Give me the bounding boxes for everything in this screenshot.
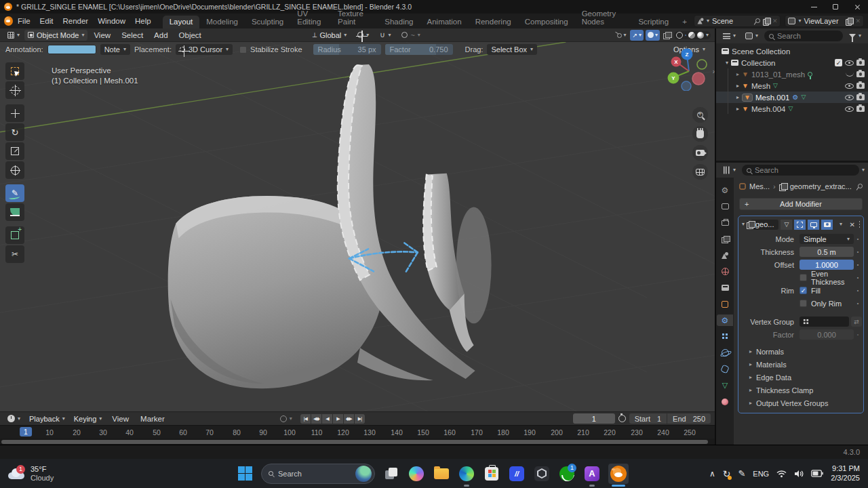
pivot-point-button[interactable]: ▾ <box>354 30 372 41</box>
render-toggle-icon[interactable] <box>856 83 865 89</box>
menu-edit[interactable]: Edit <box>35 16 58 26</box>
outliner-filter[interactable]: ▾ <box>846 30 865 41</box>
only-rim-checkbox[interactable] <box>800 300 807 307</box>
radius-slider[interactable]: Radius 35 px <box>313 44 381 55</box>
add-modifier-button[interactable]: + Add Modifier <box>739 198 863 210</box>
snap-button[interactable]: ∪ ▾ <box>376 30 394 41</box>
animate-dot[interactable]: • <box>854 249 862 254</box>
section-output-vertex-groups[interactable]: ▸ Output Vertex Groups <box>738 396 863 409</box>
thickness-field[interactable]: 0.5 m <box>800 247 854 257</box>
pan-button[interactable] <box>692 126 708 142</box>
section-thickness-clamp[interactable]: ▸ Thickness Clamp <box>738 384 863 396</box>
new-view-layer-icon[interactable] <box>846 18 852 25</box>
animate-dot[interactable]: • <box>854 237 862 241</box>
tab-object-data[interactable]: ▽ <box>717 380 733 391</box>
hide-toggle-icon[interactable] <box>845 60 854 66</box>
annotation-layer-dropdown[interactable]: Note ▾ <box>100 44 130 55</box>
current-frame-field[interactable]: 1 <box>573 413 615 424</box>
tab-constraints[interactable] <box>717 363 733 375</box>
ortho-toggle-button[interactable] <box>692 164 708 180</box>
animate-dot[interactable]: • <box>854 288 862 293</box>
measure-tool[interactable] <box>5 203 24 221</box>
axis-x-neg-ball[interactable] <box>692 73 705 85</box>
tab-geometry-nodes[interactable]: Geometry Nodes <box>575 7 632 28</box>
row-mesh-001[interactable]: ▸ ▼ Mesh.001 ⚙ ▽ <box>716 92 868 103</box>
factor-field[interactable]: 0.000 <box>800 329 854 340</box>
proportional-edit-button[interactable]: ~ ▾ <box>398 30 423 41</box>
menu-file[interactable]: File <box>13 16 35 26</box>
camera-view-button[interactable] <box>692 145 708 161</box>
edit-mode-display-toggle[interactable]: ▽ <box>781 220 792 230</box>
add-primitive-tool[interactable] <box>5 226 24 244</box>
gizmos-toggle[interactable]: ↗ ▾ <box>630 30 644 41</box>
timeline-view-menu[interactable]: View <box>107 414 134 424</box>
annotate-tool[interactable]: ✎ <box>5 184 24 202</box>
tab-compositing[interactable]: Compositing <box>518 16 575 28</box>
tab-particles[interactable] <box>717 331 733 342</box>
task-view-button[interactable] <box>382 465 400 483</box>
pin-icon[interactable] <box>856 184 863 190</box>
collection-checkbox[interactable]: ✓ <box>835 59 842 66</box>
show-gizmo-dropdown[interactable]: ▾ <box>614 30 628 41</box>
wireframe-shading-button[interactable] <box>676 32 683 39</box>
chevron-down-icon[interactable]: ▾ <box>862 167 865 173</box>
navigation-gizmo[interactable]: Z X Y <box>666 46 711 91</box>
menu-window[interactable]: Window <box>93 16 130 26</box>
row-1013-01-mesh[interactable]: ▸ ▼ 1013_01_mesh <box>716 68 868 80</box>
scene-selector[interactable]: ▾ Scene ✕ <box>694 15 781 27</box>
tab-sculpting[interactable]: Sculpting <box>245 16 290 28</box>
tab-tool[interactable]: ⚙ <box>717 184 733 196</box>
render-toggle-icon[interactable] <box>856 71 865 77</box>
mode-dropdown[interactable]: Simple ▾ <box>800 234 854 244</box>
section-edge-data[interactable]: ▸ Edge Data <box>738 371 863 384</box>
slash-app-button[interactable]: // <box>508 465 526 483</box>
xbox-button[interactable]: 1 <box>558 465 576 483</box>
edge-button[interactable] <box>458 465 475 483</box>
move-tool[interactable] <box>5 104 24 122</box>
stabilize-stroke-checkbox[interactable] <box>239 46 247 54</box>
animate-dot[interactable]: • <box>854 275 862 280</box>
animate-dot[interactable]: • <box>854 332 862 337</box>
pen-icon[interactable]: ✎ <box>738 468 745 479</box>
tab-rendering[interactable]: Rendering <box>469 16 518 28</box>
render-toggle-icon[interactable] <box>856 94 865 100</box>
realtime-display-toggle[interactable] <box>808 220 819 230</box>
modifier-extras-dropdown[interactable]: ▾ <box>835 220 846 230</box>
animate-dot[interactable]: • <box>854 301 862 306</box>
scale-tool[interactable] <box>5 142 24 160</box>
hide-toggle-icon[interactable] <box>845 95 854 100</box>
view-layer-selector[interactable]: ▾ ViewLayer ✕ <box>785 15 864 27</box>
timeline-ruler[interactable]: 1 10 20 30 40 50 60 70 80 90 100 110 120… <box>0 425 715 439</box>
placement-dropdown[interactable]: 3D Cursor ▾ <box>176 44 233 55</box>
expand-icon[interactable]: ▾ <box>726 60 728 66</box>
menu-select[interactable]: Select <box>117 30 148 40</box>
taskbar-search[interactable]: Search <box>261 464 375 484</box>
volume-icon[interactable] <box>794 470 804 478</box>
render-toggle-icon[interactable] <box>856 106 865 112</box>
axis-y-neg-ball[interactable] <box>697 60 707 69</box>
tab-object[interactable] <box>717 298 733 310</box>
tab-material[interactable] <box>717 396 733 407</box>
tray-expand-button[interactable]: ∧ <box>709 469 715 479</box>
a-app-button[interactable]: A <box>583 465 601 483</box>
pin-icon[interactable] <box>754 18 760 24</box>
row-scene-collection[interactable]: Scene Collection <box>716 45 868 57</box>
tab-texture-paint[interactable]: Texture Paint <box>331 7 378 28</box>
menu-help[interactable]: Help <box>130 16 156 26</box>
start-button[interactable] <box>236 465 254 483</box>
close-button[interactable] <box>846 0 868 14</box>
maximize-button[interactable] <box>825 0 846 14</box>
editor-type-button[interactable]: ▾ <box>4 30 23 41</box>
add-workspace-button[interactable]: + <box>675 16 694 28</box>
tab-layout[interactable]: Layout <box>163 16 200 28</box>
tab-modifiers[interactable]: ⚙ <box>717 314 733 326</box>
menu-view[interactable]: View <box>89 30 115 40</box>
animate-dot[interactable]: • <box>854 262 862 267</box>
tab-physics[interactable] <box>717 347 733 359</box>
scrollbar-thumb[interactable] <box>1 440 708 444</box>
minimize-button[interactable] <box>803 0 825 14</box>
row-collection[interactable]: ▾ Collection ✓ <box>716 57 868 68</box>
jump-to-end-button[interactable]: ▶| <box>355 414 365 424</box>
next-keyframe-button[interactable]: ◆▶ <box>344 414 354 424</box>
even-thickness-checkbox[interactable] <box>800 274 807 281</box>
